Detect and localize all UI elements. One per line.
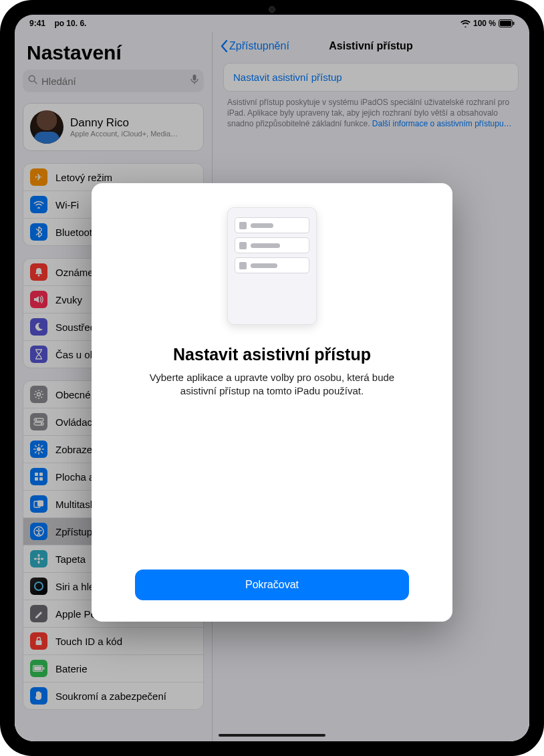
assistive-access-setup-modal: Nastavit asistivní přístup Vyberte aplik… xyxy=(92,183,452,622)
modal-title: Nastavit asistivní přístup xyxy=(173,345,371,364)
front-camera xyxy=(269,6,275,13)
screen: 9:41 po 10. 6. 100 % Nastavení xyxy=(15,15,529,741)
continue-button[interactable]: Pokračovat xyxy=(135,570,409,600)
device-frame: 9:41 po 10. 6. 100 % Nastavení xyxy=(0,0,544,756)
modal-body: Vyberte aplikace a upravte volby pro oso… xyxy=(132,371,412,398)
home-indicator[interactable] xyxy=(219,734,325,737)
modal-illustration xyxy=(227,207,317,325)
